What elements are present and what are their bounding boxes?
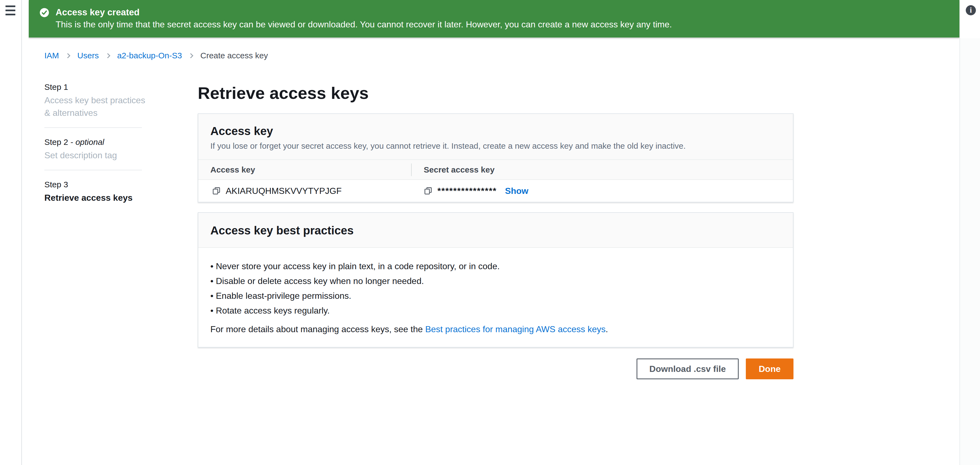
step-title: Retrieve access keys	[45, 191, 146, 204]
wizard-step-1: Step 1 Access key best practices & alter…	[45, 81, 146, 119]
info-icon[interactable]: i	[966, 5, 976, 15]
step-number: Step 2 - optional	[45, 137, 146, 148]
hamburger-bar	[5, 5, 15, 7]
hamburger-menu-icon[interactable]	[5, 5, 16, 15]
page-title: Retrieve access keys	[198, 82, 794, 104]
hamburger-bar	[5, 10, 15, 11]
footer-period: .	[606, 324, 608, 334]
column-header-secret-access-key: Secret access key	[411, 164, 793, 176]
access-key-panel-title: Access key	[210, 124, 781, 138]
success-flashbar: Access key created This is the only time…	[29, 0, 959, 38]
breadcrumb-link-iam[interactable]: IAM	[45, 51, 59, 60]
breadcrumb-link-users[interactable]: Users	[77, 51, 99, 60]
breadcrumb-separator-icon	[65, 53, 70, 58]
best-practices-panel: Access key best practices Never store yo…	[198, 212, 794, 347]
key-table-header: Access key Secret access key	[198, 160, 793, 180]
best-practices-panel-header: Access key best practices	[198, 213, 793, 248]
best-practice-item: Enable least-privilege permissions.	[210, 288, 781, 303]
best-practice-item: Never store your access key in plain tex…	[210, 259, 781, 274]
step-number-label: Step 1	[45, 83, 68, 91]
step-number-label: Step 2	[45, 137, 68, 147]
access-key-value: AKIARUQHMSKVVYTYPJGF	[226, 186, 342, 196]
flashbar-title: Access key created	[56, 6, 672, 18]
step-number-label: Step 3	[45, 180, 68, 189]
wizard-step-2: Step 2 - optional Set description tag	[45, 137, 146, 162]
wizard-step-3: Step 3 Retrieve access keys	[45, 179, 146, 204]
secret-access-key-masked: ***************	[438, 186, 497, 196]
step-divider	[45, 127, 142, 128]
side-nav-rail	[0, 0, 22, 465]
best-practices-footer: For more details about managing access k…	[210, 322, 781, 336]
key-table-row: AKIARUQHMSKVVYTYPJGF *************** Sho…	[198, 180, 793, 202]
footer-text: For more details about managing access k…	[210, 324, 425, 334]
secret-access-key-cell: *************** Show	[411, 186, 793, 196]
breadcrumb-separator-icon	[188, 53, 193, 58]
step-optional-label: - optional	[70, 137, 104, 147]
breadcrumb: IAM Users a2-backup-On-S3 Create access …	[45, 51, 268, 60]
breadcrumb-current: Create access key	[200, 51, 268, 60]
access-key-panel-description: If you lose or forget your secret access…	[210, 141, 781, 151]
action-buttons: Download .csv file Done	[198, 358, 794, 379]
access-key-cell: AKIARUQHMSKVVYTYPJGF	[198, 186, 411, 196]
flashbar-message: This is the only time that the secret ac…	[56, 19, 672, 30]
check-circle-icon	[39, 7, 49, 19]
breadcrumb-link-user-name[interactable]: a2-backup-On-S3	[117, 51, 182, 60]
step-divider	[45, 170, 142, 170]
flashbar-text: Access key created This is the only time…	[56, 6, 672, 30]
step-title: Set description tag	[45, 149, 146, 162]
step-number: Step 3	[45, 179, 146, 190]
best-practices-list: Never store your access key in plain tex…	[210, 259, 781, 318]
show-secret-link[interactable]: Show	[505, 186, 528, 196]
copy-icon[interactable]	[212, 186, 221, 195]
access-key-panel-header: Access key If you lose or forget your se…	[198, 114, 793, 160]
right-gutter	[959, 38, 980, 465]
breadcrumb-separator-icon	[105, 53, 110, 58]
download-csv-button[interactable]: Download .csv file	[636, 358, 739, 379]
best-practices-panel-title: Access key best practices	[210, 224, 781, 237]
done-button[interactable]: Done	[746, 358, 794, 379]
step-title: Access key best practices & alternatives	[45, 94, 146, 119]
access-key-panel: Access key If you lose or forget your se…	[198, 113, 794, 202]
main-content: Retrieve access keys Access key If you l…	[198, 82, 794, 379]
wizard-steps: Step 1 Access key best practices & alter…	[45, 81, 146, 204]
copy-icon[interactable]	[424, 186, 433, 195]
hamburger-bar	[5, 14, 15, 15]
best-practices-doc-link[interactable]: Best practices for managing AWS access k…	[425, 324, 606, 334]
best-practices-panel-body: Never store your access key in plain tex…	[198, 248, 793, 347]
best-practice-item: Rotate access keys regularly.	[210, 303, 781, 318]
step-number: Step 1	[45, 81, 146, 92]
column-header-access-key: Access key	[198, 165, 411, 174]
page: Access key created This is the only time…	[0, 0, 980, 465]
best-practice-item: Disable or delete access key when no lon…	[210, 274, 781, 288]
